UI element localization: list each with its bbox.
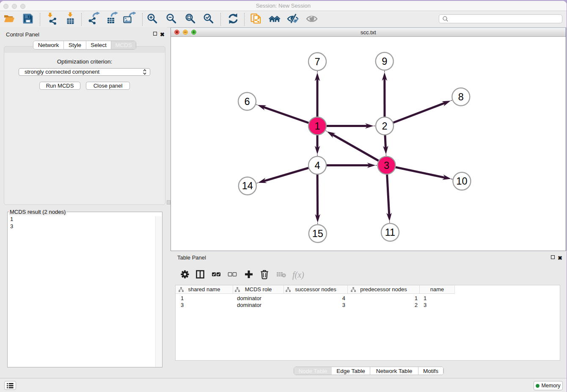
svg-text:4: 4: [314, 160, 320, 171]
svg-text:2: 2: [382, 120, 387, 131]
svg-text:14: 14: [242, 180, 253, 191]
svg-text:15: 15: [312, 228, 323, 239]
svg-text:1: 1: [314, 120, 320, 131]
svg-text:3: 3: [384, 160, 389, 171]
svg-text:6: 6: [244, 96, 250, 107]
svg-text:11: 11: [385, 226, 395, 237]
svg-text:9: 9: [382, 55, 387, 66]
svg-text:7: 7: [314, 56, 320, 67]
svg-text:8: 8: [458, 91, 464, 102]
svg-text:10: 10: [456, 176, 467, 187]
